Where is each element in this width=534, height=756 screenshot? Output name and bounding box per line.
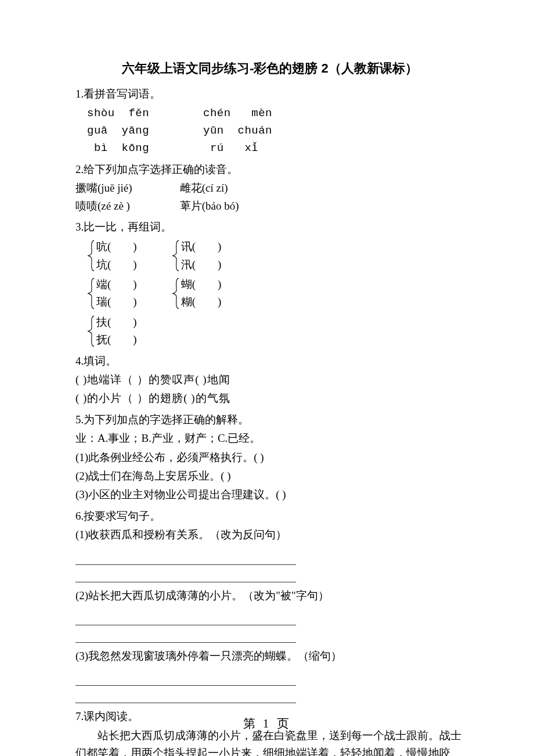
brace-pair: 蝴( ) 糊( ) <box>172 276 222 311</box>
brace-item: 端( ) <box>96 276 137 293</box>
q2-line: 啧啧(zé zè ) 萆片(báo bó) <box>75 197 464 215</box>
page-title: 六年级上语文同步练习-彩色的翅膀 2（人教新课标） <box>75 58 464 78</box>
q2-item: 雌花(cí zí) <box>180 182 228 194</box>
brace-pair: 吭( ) 坑( ) <box>87 238 137 273</box>
brace-pair: 扶( ) 抚( ) <box>87 314 137 349</box>
brace-pair: 端( ) 瑞( ) <box>87 276 137 311</box>
brace-item: 抚( ) <box>96 331 137 348</box>
question-1: 1.看拼音写词语。 shòu fěn chén mèn guā yāng yūn… <box>75 85 464 157</box>
brace-row: 吭( ) 坑( ) 讯( ) 汛( ) <box>87 238 464 273</box>
q5-head: 5.为下列加点的字选择正确的解释。 <box>75 411 464 429</box>
brace-item: 瑞( ) <box>96 293 137 311</box>
brace-icon <box>172 238 180 273</box>
brace-icon <box>87 238 95 273</box>
pinyin-cell: bì kōng <box>87 139 203 157</box>
answer-blank <box>75 613 296 625</box>
answer-blank <box>75 552 296 565</box>
pinyin-cell: yūn chuán <box>203 122 272 139</box>
answer-blank <box>75 570 296 582</box>
q2-line: 撅嘴(juē jié) 雌花(cí zí) <box>75 179 464 197</box>
pinyin-cell: guā yāng <box>87 122 203 139</box>
q4-line: ( )地端详（ ）的赞叹声( )地闻 <box>75 371 464 388</box>
brace-icon <box>87 314 95 349</box>
q1-head: 1.看拼音写词语。 <box>75 85 464 103</box>
q6-head: 6.按要求写句子。 <box>75 507 464 525</box>
q5-item: (3)小区的业主对物业公司提出合理建议。( ) <box>75 486 464 503</box>
pinyin-row: guā yāng yūn chuán <box>87 122 464 139</box>
brace-item: 坑( ) <box>96 256 137 273</box>
q6-item: (3)我忽然发现窗玻璃外停着一只漂亮的蝴蝶。（缩句） <box>75 647 464 665</box>
q2-head: 2.给下列加点字选择正确的读音。 <box>75 161 464 178</box>
q4-line: ( )的小片（ ）的翅膀( )的气氛 <box>75 390 464 407</box>
brace-item: 讯( ) <box>181 238 222 255</box>
brace-item: 糊( ) <box>181 293 222 311</box>
q2-item: 啧啧(zé zè ) <box>75 197 177 215</box>
q6-item: (2)站长把大西瓜切成薄薄的小片。（改为"被"字句） <box>75 587 464 604</box>
page-footer: 第 1 页 <box>0 714 534 734</box>
question-5: 5.为下列加点的字选择正确的解释。 业：A.事业；B.产业，财产；C.已经。 (… <box>75 411 464 504</box>
brace-icon <box>172 276 180 311</box>
answer-blank <box>75 690 296 703</box>
answer-blank <box>75 630 296 643</box>
answer-blank <box>75 673 296 686</box>
brace-pair: 讯( ) 汛( ) <box>172 238 222 273</box>
q5-item: (1)此条例业经公布，必须严格执行。( ) <box>75 449 464 466</box>
q2-item: 撅嘴(juē jié) <box>75 179 177 197</box>
q3-head: 3.比一比，再组词。 <box>75 218 464 236</box>
pinyin-row: bì kōng rú xǐ <box>87 139 464 157</box>
q6-item: (1)收获西瓜和授粉有关系。（改为反问句） <box>75 526 464 543</box>
pinyin-cell: shòu fěn <box>87 105 203 122</box>
brace-item: 扶( ) <box>96 314 137 331</box>
question-6: 6.按要求写句子。 (1)收获西瓜和授粉有关系。（改为反问句） (2)站长把大西… <box>75 507 464 704</box>
q4-head: 4.填词。 <box>75 352 464 370</box>
brace-row: 扶( ) 抚( ) <box>87 314 464 349</box>
brace-icon <box>87 276 95 311</box>
pinyin-cell: rú xǐ <box>203 139 258 157</box>
brace-item: 吭( ) <box>96 238 137 255</box>
question-3: 3.比一比，再组词。 吭( ) 坑( ) 讯( ) 汛( ) 端( <box>75 218 464 349</box>
q5-definition: 业：A.事业；B.产业，财产；C.已经。 <box>75 430 464 447</box>
q2-item: 萆片(báo bó) <box>180 200 239 212</box>
pinyin-cell: chén mèn <box>203 105 272 122</box>
pinyin-row: shòu fěn chén mèn <box>87 105 464 122</box>
question-2: 2.给下列加点字选择正确的读音。 撅嘴(juē jié) 雌花(cí zí) 啧… <box>75 161 464 215</box>
q5-item: (2)战士们在海岛上安居乐业。( ) <box>75 467 464 485</box>
question-4: 4.填词。 ( )地端详（ ）的赞叹声( )地闻 ( )的小片（ ）的翅膀( )… <box>75 352 464 408</box>
brace-row: 端( ) 瑞( ) 蝴( ) 糊( ) <box>87 276 464 311</box>
brace-item: 蝴( ) <box>181 276 222 293</box>
brace-item: 汛( ) <box>181 256 222 273</box>
